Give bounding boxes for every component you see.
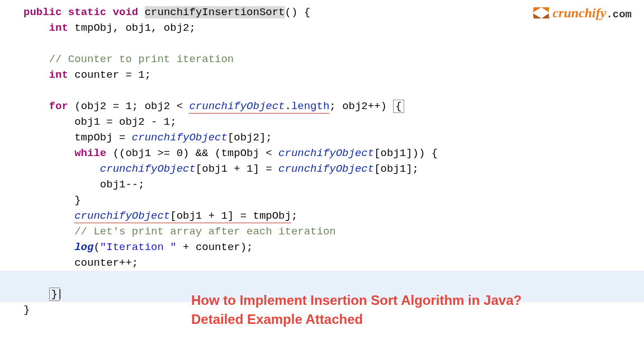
- crunchify-logo: crunchify.com: [533, 6, 632, 21]
- code-text: obj1 = obj2 - 1;: [74, 116, 176, 128]
- identifier: crunchifyObject: [278, 163, 374, 175]
- crunchify-logo-icon: [533, 7, 549, 20]
- code-text: ;: [291, 210, 297, 222]
- identifier: crunchifyObject: [189, 100, 285, 112]
- string-literal: "Iteration ": [100, 241, 177, 253]
- code-text: [obj1 + 1] =: [196, 163, 278, 175]
- identifier: crunchifyObject: [132, 131, 228, 144]
- code-text: ; obj2++): [329, 100, 393, 112]
- code-text: tmpObj, obj1, obj2;: [68, 22, 196, 34]
- keyword-public: public: [23, 6, 61, 18]
- article-title: How to Implement Insertion Sort Algorith…: [191, 291, 522, 329]
- code-text: counter++;: [74, 257, 138, 269]
- code-text: + counter);: [177, 241, 253, 253]
- code-text: (: [93, 241, 100, 253]
- code-text: tmpObj =: [74, 131, 132, 144]
- keyword-int: int: [49, 69, 68, 81]
- code-text: [obj2];: [228, 131, 272, 144]
- logo-brand: crunchify: [552, 6, 606, 20]
- code-text: counter = 1;: [68, 69, 151, 81]
- code-text: ((obj1 >= 0) && (tmpObj <: [106, 147, 278, 159]
- code-text: [obj1];: [374, 163, 419, 175]
- logo-suffix: .com: [606, 8, 632, 21]
- keyword-int: int: [49, 22, 68, 34]
- code-text: () {: [285, 6, 311, 18]
- identifier: crunchifyObject: [100, 163, 196, 175]
- identifier: crunchifyObject: [278, 147, 374, 159]
- title-line-1: How to Implement Insertion Sort Algorith…: [191, 291, 522, 310]
- code-text: [obj1])) {: [374, 147, 438, 159]
- log-call: log: [74, 241, 93, 253]
- code-text: }: [23, 304, 30, 316]
- code-comment: // Counter to print iteration: [49, 53, 234, 65]
- keyword-for: for: [49, 100, 68, 112]
- keyword-while: while: [74, 147, 106, 159]
- keyword-static: static: [68, 6, 106, 18]
- text-cursor-icon: [60, 289, 60, 299]
- brace-highlight: {: [393, 100, 404, 113]
- code-text: }: [74, 194, 80, 206]
- keyword-void: void: [113, 6, 139, 18]
- title-line-2: Detailed Example Attached: [191, 310, 522, 329]
- identifier: crunchifyObject: [74, 210, 170, 222]
- code-comment: // Let's print array after each iteratio…: [74, 225, 335, 238]
- code-text: (obj2 = 1; obj2 <: [68, 100, 190, 112]
- code-text: obj1--;: [100, 178, 145, 191]
- property-length: length: [291, 100, 329, 112]
- code-text: [obj1 + 1] = tmpObj: [170, 210, 291, 222]
- code-snippet: public static void crunchifyInsertionSor…: [0, 0, 644, 318]
- code-text: .: [285, 100, 291, 112]
- brace-highlight: }: [49, 288, 60, 301]
- method-name-highlight: crunchifyInsertionSort: [145, 6, 285, 18]
